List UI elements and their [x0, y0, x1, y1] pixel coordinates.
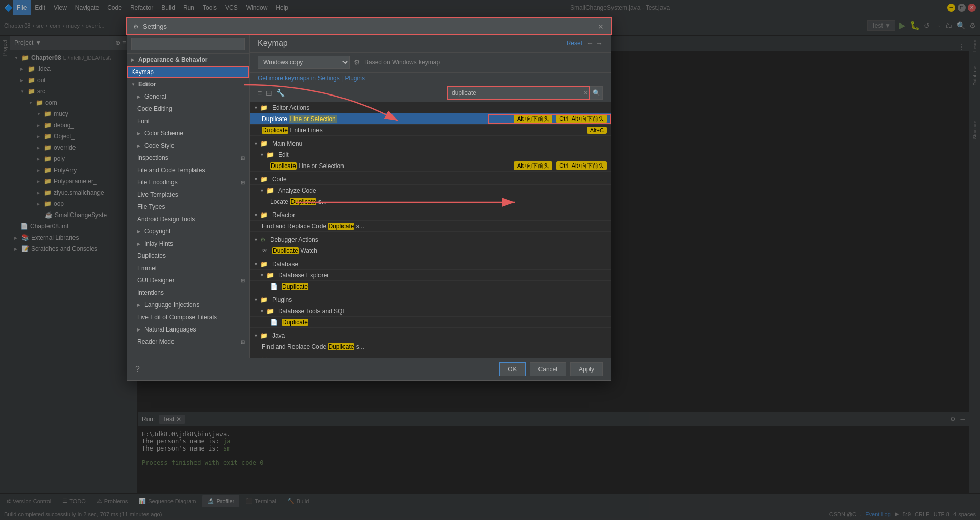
keymap-search-box: ✕ 🔍	[447, 86, 603, 100]
keymap-selector-row: Windows copy ⚙ Based on Windows keymap	[250, 53, 611, 73]
keymap-select-dropdown[interactable]: Windows copy	[258, 56, 350, 69]
java-expand-icon: ▼	[254, 333, 258, 338]
settings-dialog: ⚙ Settings ✕ ▶ Appearance & Behavior	[127, 18, 611, 381]
nav-inlay-hints[interactable]: ▶ Inlay Hints	[127, 238, 249, 250]
action-edit-duplicate-line[interactable]: Duplicate Line or Selection Alt+向下前头 Ctr…	[250, 160, 611, 172]
group-db-tools[interactable]: ▼ 📁 Database Tools and SQL	[250, 305, 611, 317]
group-debugger-actions[interactable]: ▼ ⚙ Debugger Actions	[250, 234, 611, 245]
keymap-forward-btn[interactable]: →	[596, 39, 603, 48]
duplicate-hl-watch: Duplicate	[272, 247, 299, 254]
duplicate-prefix: Duplicate	[262, 115, 287, 123]
group-edit[interactable]: ▼ 📁 Edit	[250, 149, 611, 160]
nav-editor[interactable]: ▼ Editor	[127, 78, 249, 90]
settings-search-input[interactable]	[131, 38, 245, 50]
nav-code-style-arrow: ▶	[137, 144, 142, 148]
watch-text: Watch	[300, 247, 317, 254]
analyze-expand-icon: ▼	[260, 188, 264, 193]
group-editor-actions[interactable]: ▼ 📁 Editor Actions	[250, 102, 611, 113]
nav-live-edit[interactable]: Live Edit of Compose Literals	[127, 311, 249, 323]
shortcut-alt-c: Alt+C	[587, 127, 607, 134]
action-duplicate-line-selection[interactable]: Duplicate Line or Selection Alt+向下前头 Ctr…	[250, 113, 611, 125]
database-label: Database	[272, 261, 607, 268]
dialog-body: ▶ Appearance & Behavior Keymap ▼ Editor …	[127, 35, 611, 358]
database-expand-icon: ▼	[254, 262, 258, 267]
nav-general[interactable]: ▶ General	[127, 90, 249, 103]
db-file-icon: 📄	[270, 283, 278, 290]
nav-inlay-hints-arrow: ▶	[137, 242, 142, 246]
duplicate-watch-label: Duplicate Watch	[272, 247, 607, 254]
nav-font[interactable]: Font	[127, 115, 249, 127]
debugger-actions-label: Debugger Actions	[270, 236, 607, 243]
keymap-search-button[interactable]: 🔍	[590, 86, 603, 100]
nav-natural-languages-label: Natural Languages	[144, 326, 196, 333]
group-analyze-code[interactable]: ▼ 📁 Analyze Code	[250, 185, 611, 196]
action-java-find-replace[interactable]: Find and Replace Code Duplicate s...	[250, 341, 611, 352]
nav-file-types-label: File Types	[137, 203, 165, 210]
refactor-ellipsis: s...	[356, 223, 364, 230]
action-refactor-find-replace[interactable]: Find and Replace Code Duplicate s...	[250, 221, 611, 232]
keymap-expand-all-btn[interactable]: ≡	[258, 89, 262, 97]
keymap-back-btn[interactable]: ←	[586, 39, 594, 48]
nav-file-encodings[interactable]: File Encodings ⊞	[127, 176, 249, 188]
nav-copyright[interactable]: ▶ Copyright	[127, 225, 249, 238]
nav-duplicates-label: Duplicates	[137, 252, 166, 259]
nav-appearance[interactable]: ▶ Appearance & Behavior	[127, 54, 249, 66]
nav-duplicates[interactable]: Duplicates	[127, 250, 249, 262]
nav-language-injections-label: Language Injections	[144, 301, 199, 309]
keymap-collapse-all-btn[interactable]: ⊟	[266, 89, 272, 97]
keymap-search-input[interactable]	[447, 86, 590, 100]
nav-inspections[interactable]: Inspections ⊞	[127, 152, 249, 164]
nav-file-templates[interactable]: File and Code Templates	[127, 164, 249, 176]
keymap-gear-icon[interactable]: ⚙	[354, 58, 360, 66]
nav-android-design[interactable]: Android Design Tools	[127, 213, 249, 225]
action-dbtools-duplicate[interactable]: 📄 Duplicate	[250, 317, 611, 328]
apply-button[interactable]: Apply	[570, 362, 603, 376]
nav-natural-arrow: ▶	[137, 327, 142, 332]
nav-live-templates[interactable]: Live Templates	[127, 188, 249, 201]
keymap-filter-btn[interactable]: 🔧	[276, 89, 285, 97]
duplicate-hl-db: Duplicate	[282, 283, 308, 290]
help-icon[interactable]: ?	[135, 365, 140, 374]
refactor-folder-icon: 📁	[260, 211, 268, 219]
nav-editor-label: Editor	[138, 81, 156, 88]
db-tools-expand-icon: ▼	[260, 309, 264, 314]
group-plugins[interactable]: ▼ 📁 Plugins	[250, 294, 611, 305]
nav-gui-designer[interactable]: GUI Designer ⊞	[127, 274, 249, 287]
dbtools-file-icon: 📄	[270, 319, 278, 326]
action-db-duplicate[interactable]: 📄 Duplicate	[250, 281, 611, 292]
nav-general-arrow: ▶	[137, 94, 142, 99]
nav-color-scheme[interactable]: ▶ Color Scheme	[127, 127, 249, 139]
nav-emmet[interactable]: Emmet	[127, 262, 249, 274]
nav-keymap[interactable]: Keymap	[127, 66, 249, 78]
settings-close-button[interactable]: ✕	[597, 22, 605, 31]
java-find-label: Find and Replace Code Duplicate s...	[262, 343, 607, 350]
cancel-button[interactable]: Cancel	[530, 362, 566, 376]
nav-language-injections[interactable]: ▶ Language Injections	[127, 299, 249, 311]
group-db-explorer[interactable]: ▼ 📁 Database Explorer	[250, 270, 611, 281]
plugins-label: Plugins	[272, 296, 607, 303]
group-refactor[interactable]: ▼ 📁 Refactor	[250, 209, 611, 221]
code-folder-icon: 📁	[260, 176, 268, 183]
nav-reader-mode[interactable]: Reader Mode ⊞	[127, 336, 249, 348]
nav-inspections-label: Inspections	[137, 154, 168, 161]
keymap-search-clear-btn[interactable]: ✕	[583, 89, 589, 97]
entire-lines-text: Entire Lines	[290, 127, 322, 134]
action-locate-duplicates[interactable]: Locate Duplicate s...	[250, 196, 611, 207]
keymap-more-link[interactable]: Get more keymaps in Settings | Plugins	[250, 73, 611, 84]
group-code[interactable]: ▼ 📁 Code	[250, 174, 611, 185]
nav-code-editing[interactable]: Code Editing	[127, 103, 249, 115]
keymap-content: Keymap Reset ← → Windows copy ⚙	[250, 35, 611, 358]
group-database[interactable]: ▼ 📁 Database	[250, 258, 611, 270]
shortcut-ctrl-alt-down-2: Ctrl+Alt+向下前头	[556, 161, 607, 170]
action-duplicate-watch[interactable]: 👁 Duplicate Watch	[250, 245, 611, 256]
nav-intentions[interactable]: Intentions	[127, 287, 249, 299]
action-duplicate-entire-lines[interactable]: Duplicate Entire Lines Alt+C	[250, 125, 611, 136]
java-label: Java	[272, 332, 607, 339]
nav-code-style[interactable]: ▶ Code Style	[127, 139, 249, 152]
group-java[interactable]: ▼ 📁 Java	[250, 330, 611, 341]
nav-natural-languages[interactable]: ▶ Natural Languages	[127, 323, 249, 336]
keymap-reset-link[interactable]: Reset	[567, 40, 582, 47]
ok-button[interactable]: OK	[499, 362, 525, 376]
group-main-menu[interactable]: ▼ 📁 Main Menu	[250, 138, 611, 149]
nav-file-types[interactable]: File Types	[127, 201, 249, 213]
